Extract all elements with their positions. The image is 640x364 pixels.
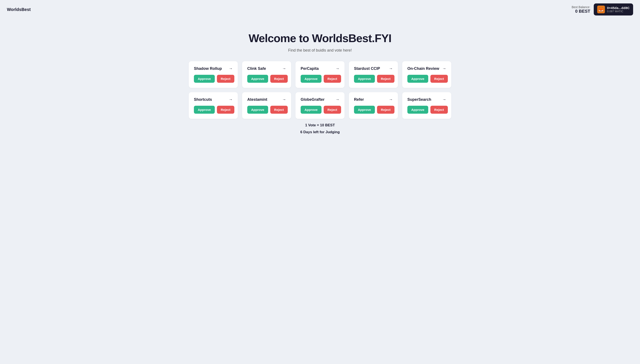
card-header-on-chain-review: On-Chain Review →: [407, 66, 446, 71]
card-header-atestamint: Atestamint →: [247, 97, 286, 102]
cards-container: Shadow Rollup → Approve Reject Clink Saf…: [180, 61, 460, 119]
card-title-atestamint: Atestamint: [247, 97, 267, 102]
approve-button-atestamint[interactable]: Approve: [247, 106, 268, 114]
approve-button-shortcuts[interactable]: Approve: [194, 106, 215, 114]
reject-button-shortcuts[interactable]: Reject: [217, 106, 234, 114]
arrow-icon-percapita: →: [335, 66, 339, 71]
reject-button-supersearch[interactable]: Reject: [431, 106, 448, 114]
card-buttons-percapita: Approve Reject: [301, 75, 339, 83]
card-title-clink-safe: Clink Safe: [247, 66, 266, 71]
reject-button-percapita[interactable]: Reject: [324, 75, 341, 83]
card-supersearch: SuperSearch → Approve Reject: [402, 92, 451, 119]
card-buttons-supersearch: Approve Reject: [407, 106, 446, 114]
card-title-shortcuts: Shortcuts: [194, 97, 212, 102]
approve-button-percapita[interactable]: Approve: [301, 75, 322, 83]
card-buttons-stardust-ccip: Approve Reject: [354, 75, 393, 83]
card-shortcuts: Shortcuts → Approve Reject: [189, 92, 238, 119]
card-buttons-shadow-rollup: Approve Reject: [194, 75, 233, 83]
card-header-clink-safe: Clink Safe →: [247, 66, 286, 71]
card-title-supersearch: SuperSearch: [407, 97, 431, 102]
approve-button-clink-safe[interactable]: Approve: [247, 75, 268, 83]
card-title-globeGrafter: GlobeGrafter: [301, 97, 325, 102]
card-clink-safe: Clink Safe → Approve Reject: [242, 61, 291, 88]
card-globeGrafter: GlobeGrafter → Approve Reject: [295, 92, 345, 119]
arrow-icon-clink-safe: →: [282, 66, 286, 71]
balance-info: Best Balance: 0 BEST: [572, 5, 590, 14]
card-header-globeGrafter: GlobeGrafter →: [301, 97, 339, 102]
arrow-icon-on-chain-review: →: [442, 66, 446, 71]
arrow-icon-shadow-rollup: →: [229, 66, 233, 71]
reject-button-stardust-ccip[interactable]: Reject: [377, 75, 394, 83]
card-header-percapita: PerCapita →: [301, 66, 339, 71]
card-buttons-shortcuts: Approve Reject: [194, 106, 233, 114]
wallet-info: 0×45da...dd8C 0.087 MATIC: [607, 6, 630, 13]
card-title-stardust-ccip: Stardust CCIP: [354, 66, 380, 71]
arrow-icon-stardust-ccip: →: [389, 66, 393, 71]
card-refer: Refer → Approve Reject: [349, 92, 398, 119]
card-buttons-globeGrafter: Approve Reject: [301, 106, 339, 114]
balance-value: 0 BEST: [572, 9, 590, 14]
wallet-badge[interactable]: 🦊 0×45da...dd8C 0.087 MATIC: [594, 4, 633, 16]
arrow-icon-refer: →: [389, 97, 393, 102]
card-header-shortcuts: Shortcuts →: [194, 97, 233, 102]
card-stardust-ccip: Stardust CCIP → Approve Reject: [349, 61, 398, 88]
cards-row-1: Shadow Rollup → Approve Reject Clink Saf…: [189, 61, 451, 88]
balance-label: Best Balance:: [572, 5, 590, 9]
vote-info: 1 Vote = 10 BEST: [0, 123, 640, 128]
reject-button-clink-safe[interactable]: Reject: [270, 75, 288, 83]
approve-button-refer[interactable]: Approve: [354, 106, 375, 114]
arrow-icon-globeGrafter: →: [335, 97, 339, 102]
wallet-address: 0×45da...dd8C: [607, 6, 630, 10]
reject-button-globeGrafter[interactable]: Reject: [324, 106, 341, 114]
metamask-icon: 🦊: [597, 6, 605, 13]
card-header-refer: Refer →: [354, 97, 393, 102]
reject-button-atestamint[interactable]: Reject: [270, 106, 288, 114]
arrow-icon-supersearch: →: [442, 97, 446, 102]
reject-button-refer[interactable]: Reject: [377, 106, 394, 114]
approve-button-on-chain-review[interactable]: Approve: [407, 75, 428, 83]
card-header-stardust-ccip: Stardust CCIP →: [354, 66, 393, 71]
card-title-shadow-rollup: Shadow Rollup: [194, 66, 222, 71]
card-title-refer: Refer: [354, 97, 364, 102]
card-header-supersearch: SuperSearch →: [407, 97, 446, 102]
card-buttons-clink-safe: Approve Reject: [247, 75, 286, 83]
card-title-percapita: PerCapita: [301, 66, 319, 71]
card-header-shadow-rollup: Shadow Rollup →: [194, 66, 233, 71]
cards-row-2: Shortcuts → Approve Reject Atestamint → …: [189, 92, 451, 119]
header-right: Best Balance: 0 BEST 🦊 0×45da...dd8C 0.0…: [572, 4, 633, 16]
card-on-chain-review: On-Chain Review → Approve Reject: [402, 61, 451, 88]
card-atestamint: Atestamint → Approve Reject: [242, 92, 291, 119]
header: WorldsBest Best Balance: 0 BEST 🦊 0×45da…: [0, 0, 640, 19]
hero-subtitle: Find the best of buidls and vote here!: [4, 48, 636, 53]
card-shadow-rollup: Shadow Rollup → Approve Reject: [189, 61, 238, 88]
wallet-matic: 0.087 MATIC: [607, 10, 630, 13]
card-buttons-refer: Approve Reject: [354, 106, 393, 114]
hero-title: Welcome to WorldsBest.FYI: [4, 32, 636, 45]
card-buttons-on-chain-review: Approve Reject: [407, 75, 446, 83]
hero-section: Welcome to WorldsBest.FYI Find the best …: [0, 19, 640, 61]
card-title-on-chain-review: On-Chain Review: [407, 66, 439, 71]
logo: WorldsBest: [7, 7, 31, 12]
approve-button-globeGrafter[interactable]: Approve: [301, 106, 322, 114]
arrow-icon-atestamint: →: [282, 97, 286, 102]
footer-info: 1 Vote = 10 BEST 6 Days left for Judging: [0, 123, 640, 147]
reject-button-on-chain-review[interactable]: Reject: [431, 75, 448, 83]
card-percapita: PerCapita → Approve Reject: [295, 61, 345, 88]
days-left: 6 Days left for Judging: [0, 130, 640, 134]
reject-button-shadow-rollup[interactable]: Reject: [217, 75, 234, 83]
card-buttons-atestamint: Approve Reject: [247, 106, 286, 114]
approve-button-shadow-rollup[interactable]: Approve: [194, 75, 215, 83]
arrow-icon-shortcuts: →: [229, 97, 233, 102]
approve-button-supersearch[interactable]: Approve: [407, 106, 428, 114]
approve-button-stardust-ccip[interactable]: Approve: [354, 75, 375, 83]
